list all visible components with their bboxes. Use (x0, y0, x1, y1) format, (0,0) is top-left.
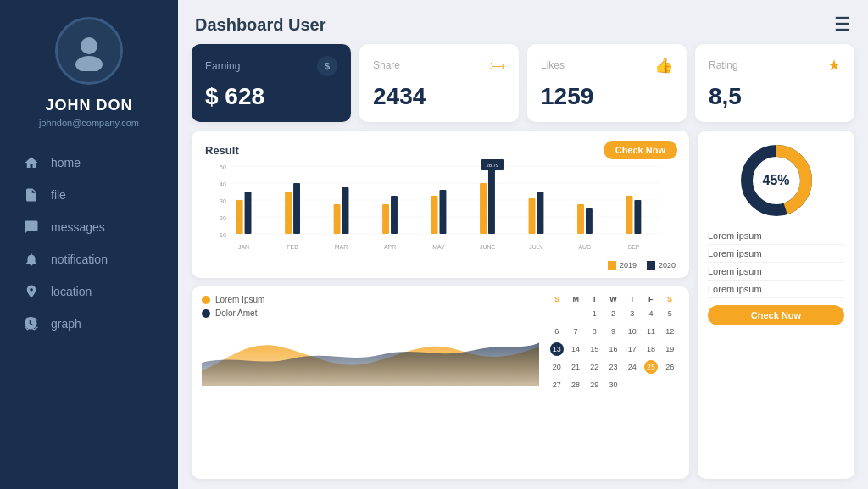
cal-cell[interactable]: 7 (566, 323, 584, 340)
svg-rect-30 (626, 196, 633, 234)
legend-label-2019: 2019 (620, 261, 637, 270)
cal-cell[interactable]: 12 (661, 323, 679, 340)
sidebar-item-messages[interactable]: messages (0, 211, 178, 243)
sidebar-item-graph[interactable]: graph (0, 308, 178, 340)
sidebar-item-location[interactable]: location (0, 275, 178, 308)
cal-cell[interactable]: 2 (604, 305, 622, 322)
legend-color-2020 (647, 261, 655, 270)
legend-item-1: Lorem Ipsum (202, 295, 539, 304)
stat-card-earning: Earning $ $ 628 (192, 44, 351, 122)
donut-card: 45% Lorem ipsum Lorem ipsum Lorem ipsum … (698, 131, 854, 479)
svg-rect-16 (334, 204, 341, 234)
bar-chart-card: Result Check Now 50 40 30 20 (192, 131, 689, 278)
cal-cell[interactable] (548, 305, 565, 322)
svg-text:JAN: JAN (238, 244, 249, 250)
user-email: johndon@company.com (39, 118, 139, 128)
cal-cell[interactable]: 8 (586, 323, 604, 340)
main-content: Dashboard User ☰ Earning $ $ 628 Share ⧴… (178, 0, 868, 489)
location-icon (24, 284, 39, 299)
menu-button[interactable]: ☰ (834, 14, 851, 36)
svg-text:MAR: MAR (335, 244, 348, 250)
stat-card-likes: Likes 👍 1259 (527, 44, 687, 122)
cal-cell[interactable]: 26 (661, 358, 679, 375)
svg-text:SEP: SEP (628, 244, 640, 250)
cal-cell[interactable]: 27 (548, 376, 565, 393)
sidebar-label-graph: graph (51, 317, 81, 331)
calendar-header: S M T W T F S (548, 295, 679, 303)
legend-item-2: Dolor Amet (202, 308, 539, 318)
check-now-button[interactable]: Check Now (604, 141, 677, 159)
calendar-grid: 1 2 3 4 5 6 7 8 9 10 11 12 13 (548, 305, 679, 393)
legend-label-2: Dolor Amet (215, 308, 257, 318)
page-title: Dashboard User (195, 15, 326, 35)
legend-dot-2 (202, 309, 210, 318)
cal-cell[interactable]: 15 (586, 341, 604, 358)
donut-chart: 45% (738, 142, 815, 219)
cal-cell (623, 376, 641, 393)
stat-card-header-rating: Rating ★ (709, 56, 841, 75)
sidebar-label-file: file (51, 188, 66, 202)
lorem-item-2: Lorem ipsum (708, 245, 844, 263)
cal-cell[interactable]: 30 (604, 376, 622, 393)
svg-text:10: 10 (220, 232, 226, 238)
share-icon: ⧴ (490, 56, 505, 74)
cal-cell[interactable]: 19 (661, 341, 679, 358)
cal-cell-25[interactable]: 25 (644, 360, 658, 374)
cal-cell[interactable]: 18 (642, 341, 659, 358)
lorem-list: Lorem ipsum Lorem ipsum Lorem ipsum Lore… (708, 227, 844, 298)
svg-rect-22 (480, 183, 487, 234)
sidebar-item-file[interactable]: file (0, 179, 178, 211)
cal-cell[interactable]: 21 (566, 358, 584, 375)
messages-icon (24, 219, 39, 235)
user-name: JOHN DON (45, 97, 132, 114)
cal-day-s2: S (660, 295, 679, 303)
content-row: Result Check Now 50 40 30 20 (192, 131, 854, 479)
cal-cell[interactable]: 17 (623, 341, 641, 358)
cal-cell[interactable]: 14 (566, 341, 584, 358)
cal-cell[interactable]: 22 (586, 358, 604, 375)
cal-cell[interactable]: 23 (604, 358, 622, 375)
sidebar-label-messages: messages (51, 220, 105, 234)
legend-dot-1 (202, 296, 210, 304)
svg-text:FEB: FEB (287, 244, 298, 250)
lorem-item-1: Lorem ipsum (708, 227, 844, 245)
donut-label: 45% (762, 173, 789, 188)
cal-day-w: W (604, 295, 622, 303)
cal-cell[interactable]: 6 (548, 323, 565, 340)
cal-cell[interactable]: 24 (623, 358, 641, 375)
cal-cell[interactable]: 10 (623, 323, 641, 340)
stat-value-likes: 1259 (541, 83, 673, 110)
cal-cell[interactable]: 9 (604, 323, 622, 340)
cal-cell[interactable] (566, 305, 584, 322)
cal-cell[interactable]: 16 (604, 341, 622, 358)
svg-rect-21 (440, 190, 447, 234)
bar-chart-legend: 2019 2020 (205, 261, 676, 270)
legend-color-2019 (608, 261, 616, 270)
sidebar-item-home[interactable]: home (0, 147, 178, 179)
check-now-button-2[interactable]: Check Now (708, 305, 844, 325)
sidebar-item-notification[interactable]: notification (0, 243, 178, 275)
svg-text:50: 50 (220, 164, 226, 170)
dollar-icon: $ (317, 56, 337, 76)
stat-card-header-earning: Earning $ (205, 56, 337, 76)
notification-icon (24, 252, 39, 267)
stat-cards-row: Earning $ $ 628 Share ⧴ 2434 Likes 👍 125… (192, 44, 854, 122)
svg-rect-12 (236, 200, 243, 234)
cal-cell[interactable]: 5 (661, 305, 679, 322)
svg-rect-20 (431, 196, 438, 234)
cal-cell[interactable]: 28 (566, 376, 584, 393)
graph-icon (24, 316, 39, 331)
svg-text:MAY: MAY (432, 244, 445, 250)
cal-cell[interactable]: 20 (548, 358, 565, 375)
svg-text:40: 40 (220, 181, 226, 187)
bar-chart-svg: 50 40 30 20 10 (205, 158, 676, 259)
cal-cell-13[interactable]: 13 (550, 342, 564, 356)
stat-value-share: 2434 (373, 83, 505, 110)
cal-cell[interactable]: 11 (642, 323, 659, 340)
cal-cell[interactable]: 1 (586, 305, 604, 322)
cal-cell[interactable]: 3 (623, 305, 641, 322)
cal-cell[interactable]: 29 (586, 376, 604, 393)
area-chart-card: Lorem Ipsum Dolor Amet (192, 286, 689, 479)
home-icon (24, 155, 39, 170)
cal-cell[interactable]: 4 (642, 305, 659, 322)
